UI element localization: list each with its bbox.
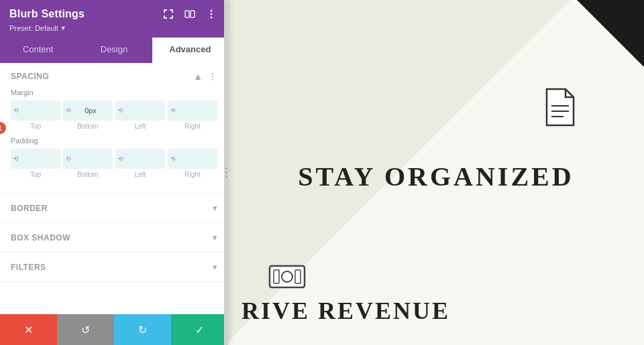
- padding-left-label: Left: [135, 171, 146, 178]
- link-icon-r: ⟲: [170, 107, 176, 114]
- border-accordion[interactable]: Border ▾: [0, 194, 228, 223]
- panel-body: 1 Spacing ▲ ⋮ Margin ⟲: [0, 63, 228, 314]
- padding-top-wrap: ⟲ Top: [11, 149, 60, 178]
- margin-grid: ⟲ Top ⟲ 0px Bottom: [11, 100, 217, 130]
- link-icon: ⟲: [13, 107, 19, 114]
- preset-dropdown[interactable]: Preset: Default ▼: [9, 24, 219, 32]
- notification-badge: 1: [0, 122, 6, 134]
- margin-left-label: Left: [135, 123, 146, 130]
- svg-rect-16: [270, 266, 305, 287]
- handle-dot: [225, 171, 227, 174]
- svg-rect-9: [191, 11, 195, 17]
- border-arrow-icon: ▾: [213, 203, 217, 213]
- link-icon-l: ⟲: [118, 107, 123, 114]
- handle-dot: [225, 176, 227, 178]
- svg-rect-3: [172, 9, 173, 13]
- section-controls: ▲ ⋮: [193, 71, 217, 82]
- box-shadow-arrow-icon: ▾: [213, 232, 217, 243]
- margin-bottom-wrap: ⟲ 0px Bottom: [63, 100, 113, 130]
- handle-dots: [225, 167, 227, 178]
- margin-right-wrap: ⟲ Right: [168, 100, 217, 130]
- margin-top-label: Top: [30, 123, 41, 130]
- svg-rect-7: [172, 15, 173, 19]
- redo-button[interactable]: ↻: [114, 314, 171, 345]
- svg-rect-5: [164, 15, 165, 19]
- svg-point-11: [211, 13, 213, 15]
- canvas-area: STAY ORGANIZED RIVE REVENUE: [228, 0, 644, 345]
- spacing-section: 1 Spacing ▲ ⋮ Margin ⟲: [0, 63, 228, 194]
- link-icon-pr: ⟲: [170, 155, 176, 162]
- margin-group: Margin ⟲ Top ⟲ 0px: [11, 88, 217, 130]
- reset-button[interactable]: ↺: [57, 314, 114, 345]
- tab-content[interactable]: Content: [0, 38, 76, 63]
- padding-top-label: Top: [30, 171, 41, 178]
- panel-bottom-bar: ✕ ↺ ↻ ✓: [0, 314, 228, 345]
- document-icon: [543, 87, 577, 130]
- padding-right-wrap: ⟲ Right: [168, 149, 217, 178]
- reset-icon: ↺: [81, 324, 90, 336]
- margin-bottom-input[interactable]: ⟲ 0px: [63, 100, 113, 121]
- panel-tabs: Content Design Advanced: [0, 38, 228, 63]
- preset-label: Preset: Default: [9, 24, 58, 32]
- money-icon: [268, 265, 306, 291]
- padding-group: Padding ⟲ Top ⟲: [11, 137, 217, 178]
- columns-icon[interactable]: [182, 7, 197, 21]
- settings-panel: Blurb Settings: [0, 0, 228, 345]
- margin-top-wrap: ⟲ Top: [11, 100, 60, 130]
- tab-design[interactable]: Design: [76, 38, 152, 63]
- fullscreen-icon[interactable]: [161, 7, 176, 21]
- box-shadow-title: Box Shadow: [11, 233, 70, 243]
- filters-accordion[interactable]: Filters ▾: [0, 253, 228, 282]
- svg-point-12: [211, 17, 213, 19]
- padding-bottom-input[interactable]: ⟲: [63, 149, 113, 169]
- preset-arrow: ▼: [60, 25, 66, 31]
- panel-header: Blurb Settings: [0, 0, 228, 38]
- panel-resize-handle[interactable]: [224, 0, 228, 345]
- filters-arrow-icon: ▾: [213, 262, 217, 272]
- svg-rect-1: [164, 9, 165, 13]
- link-icon-pl: ⟲: [118, 155, 123, 162]
- handle-dot: [225, 167, 227, 169]
- margin-bottom-value: 0px: [71, 107, 110, 115]
- redo-icon: ↻: [138, 324, 147, 336]
- corner-decoration: [577, 0, 644, 67]
- cancel-icon: ✕: [24, 324, 33, 336]
- main-headline: STAY ORGANIZED: [235, 161, 637, 192]
- save-button[interactable]: ✓: [171, 314, 228, 345]
- link-icon-pt: ⟲: [13, 155, 19, 162]
- margin-top-input[interactable]: ⟲: [11, 100, 60, 121]
- cancel-button[interactable]: ✕: [0, 314, 57, 345]
- box-shadow-accordion[interactable]: Box Shadow ▾: [0, 223, 228, 253]
- link-icon-b: ⟲: [66, 107, 71, 114]
- padding-bottom-label: Bottom: [77, 171, 99, 178]
- section-more-icon[interactable]: ⋮: [208, 71, 217, 82]
- revenue-text: RIVE REVENUE: [241, 297, 450, 325]
- spacing-section-title: Spacing: [11, 72, 49, 81]
- margin-bottom-label: Bottom: [77, 123, 99, 130]
- border-title: Border: [11, 204, 48, 213]
- padding-right-label: Right: [184, 171, 200, 178]
- spacing-section-header: Spacing ▲ ⋮: [11, 71, 217, 82]
- filters-title: Filters: [11, 263, 46, 272]
- padding-label: Padding: [11, 137, 217, 145]
- padding-top-input[interactable]: ⟲: [11, 149, 60, 169]
- margin-right-input[interactable]: ⟲: [168, 100, 217, 121]
- padding-left-wrap: ⟲ Left: [115, 149, 165, 178]
- panel-title: Blurb Settings: [9, 8, 85, 20]
- padding-grid: ⟲ Top ⟲ Bottom: [11, 149, 217, 178]
- save-icon: ✓: [195, 324, 204, 336]
- collapse-icon[interactable]: ▲: [193, 71, 203, 82]
- padding-left-input[interactable]: ⟲: [115, 149, 165, 169]
- svg-point-10: [211, 10, 213, 12]
- svg-rect-8: [185, 11, 189, 17]
- tab-advanced[interactable]: Advanced: [152, 38, 228, 63]
- padding-bottom-wrap: ⟲ Bottom: [63, 149, 113, 178]
- padding-right-input[interactable]: ⟲: [168, 149, 217, 169]
- more-options-icon[interactable]: [204, 7, 219, 21]
- header-icons: [161, 7, 219, 21]
- margin-left-wrap: ⟲ Left: [115, 100, 165, 130]
- margin-label: Margin: [11, 88, 217, 96]
- margin-left-input[interactable]: ⟲: [115, 100, 165, 121]
- link-icon-pb: ⟲: [66, 155, 71, 162]
- margin-right-label: Right: [184, 123, 200, 130]
